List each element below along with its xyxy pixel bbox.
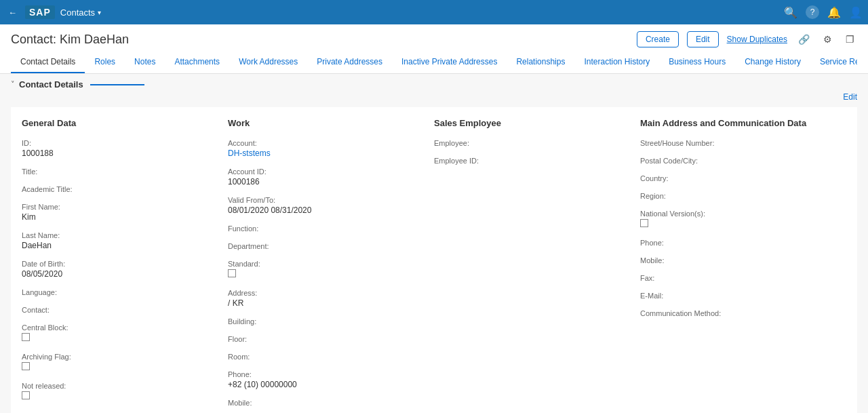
field-street-house: Street/House Number: (640, 139, 846, 147)
field-national-versions: National Version(s): (640, 210, 846, 229)
field-main-email: E-Mail: (640, 292, 846, 300)
account-link[interactable]: DH-ststems (228, 149, 434, 158)
tab-relationships[interactable]: Relationships (507, 52, 574, 73)
national-versions-checkbox[interactable] (640, 219, 648, 227)
tab-notes[interactable]: Notes (125, 52, 165, 73)
main-address-column: Main Address and Communication Data Stre… (640, 118, 846, 413)
tab-roles[interactable]: Roles (85, 52, 125, 73)
settings-icon[interactable]: ⚙ (821, 33, 835, 46)
field-function: Function: (228, 224, 434, 233)
tab-attachments[interactable]: Attachments (165, 52, 229, 73)
field-country: Country: (640, 174, 846, 182)
page-title: Contact: Kim DaeHan (11, 33, 129, 47)
contact-details-grid: General Data ID: 1000188 Title: Academic… (11, 107, 857, 413)
not-released-checkbox[interactable] (22, 391, 30, 399)
field-main-phone: Phone: (640, 239, 846, 247)
standard-checkbox[interactable] (228, 269, 236, 277)
app-name-chevron: ▾ (98, 9, 101, 16)
user-icon[interactable]: 👤 (849, 6, 863, 19)
tab-private-addresses[interactable]: Private Addresses (307, 52, 392, 73)
work-title: Work (228, 118, 434, 128)
field-date-of-birth: Date of Birth: 08/05/2020 (22, 260, 228, 279)
general-data-column: General Data ID: 1000188 Title: Academic… (22, 118, 228, 413)
field-title: Title: (22, 168, 228, 176)
field-floor: Floor: (228, 335, 434, 343)
field-first-name: First Name: Kim (22, 203, 228, 222)
section-header-row: ˅ Contact Details (11, 79, 857, 90)
field-region: Region: (640, 192, 846, 200)
central-block-checkbox[interactable] (22, 333, 30, 341)
back-button[interactable]: ← (5, 6, 20, 19)
show-duplicates-button[interactable]: Show Duplicates (727, 35, 787, 44)
field-employee-id: Employee ID: (434, 157, 640, 165)
share-icon[interactable]: 🔗 (795, 33, 812, 46)
field-main-mobile: Mobile: (640, 256, 846, 264)
field-last-name: Last Name: DaeHan (22, 231, 228, 250)
sap-logo: SAP (25, 5, 55, 19)
edit-link-row: Edit (11, 92, 857, 102)
field-main-fax: Fax: (640, 274, 846, 282)
field-account-id: Account ID: 1000186 (228, 168, 434, 186)
edit-link[interactable]: Edit (843, 92, 857, 102)
header-actions: Create Edit Show Duplicates 🔗 ⚙ ❐ (637, 31, 857, 47)
sales-employee-column: Sales Employee Employee: Employee ID: (434, 118, 640, 413)
archiving-flag-checkbox[interactable] (22, 362, 30, 370)
field-account: Account: DH-ststems (228, 139, 434, 158)
field-work-mobile: Mobile: (228, 399, 434, 407)
edit-button[interactable]: Edit (687, 31, 719, 47)
field-postal-city: Postal Code/City: (640, 157, 846, 165)
section-toggle-icon[interactable]: ˅ (11, 80, 15, 89)
tabs-container: Contact Details Roles Notes Attachments … (11, 52, 857, 73)
tab-inactive-private-addresses[interactable]: Inactive Private Addresses (392, 52, 507, 73)
field-employee: Employee: (434, 139, 640, 147)
field-room: Room: (228, 353, 434, 361)
field-department: Department: (228, 242, 434, 250)
page-header: Contact: Kim DaeHan Create Edit Show Dup… (0, 24, 868, 74)
field-academic-title: Academic Title: (22, 185, 228, 193)
tab-work-addresses[interactable]: Work Addresses (229, 52, 307, 73)
create-button[interactable]: Create (637, 31, 679, 47)
section-title: Contact Details (19, 79, 83, 90)
work-column: Work Account: DH-ststems Account ID: 100… (228, 118, 434, 413)
sales-employee-title: Sales Employee (434, 118, 640, 128)
field-work-phone: Phone: +82 (10) 00000000 (228, 370, 434, 389)
tab-service-requests[interactable]: Service Requests (810, 52, 857, 73)
content-area: ˅ Contact Details Edit General Data ID: … (0, 74, 868, 413)
field-not-released: Not released: (22, 382, 228, 401)
app-name: Contacts ▾ (60, 7, 101, 18)
tab-business-hours[interactable]: Business Hours (659, 52, 735, 73)
field-central-block: Central Block: (22, 323, 228, 343)
app-name-label: Contacts (60, 7, 95, 18)
tab-contact-details[interactable]: Contact Details (11, 52, 85, 73)
field-id: ID: 1000188 (22, 139, 228, 158)
general-data-title: General Data (22, 118, 228, 128)
field-communication-method: Communication Method: (640, 309, 846, 317)
field-address: Address: / KR (228, 289, 434, 308)
field-valid-from-to: Valid From/To: 08/01/2020 08/31/2020 (228, 196, 434, 215)
field-contact: Contact: (22, 306, 228, 314)
page-title-row: Contact: Kim DaeHan Create Edit Show Dup… (11, 31, 857, 52)
field-building: Building: (228, 317, 434, 326)
top-bar-left: ← SAP Contacts ▾ (5, 5, 101, 19)
field-language: Language: (22, 288, 228, 296)
tab-change-history[interactable]: Change History (735, 52, 810, 73)
search-icon[interactable]: 🔍 (784, 6, 797, 19)
fullscreen-icon[interactable]: ❐ (843, 33, 857, 46)
notifications-icon[interactable]: 🔔 (827, 6, 841, 19)
main-address-title: Main Address and Communication Data (640, 118, 846, 128)
field-standard: Standard: (228, 260, 434, 279)
top-bar-right: 🔍 ? 🔔 👤 (784, 5, 863, 19)
field-archiving-flag: Archiving Flag: (22, 353, 228, 372)
help-icon[interactable]: ? (806, 5, 819, 19)
top-navigation-bar: ← SAP Contacts ▾ 🔍 ? 🔔 👤 (0, 0, 868, 24)
tab-interaction-history[interactable]: Interaction History (574, 52, 659, 73)
